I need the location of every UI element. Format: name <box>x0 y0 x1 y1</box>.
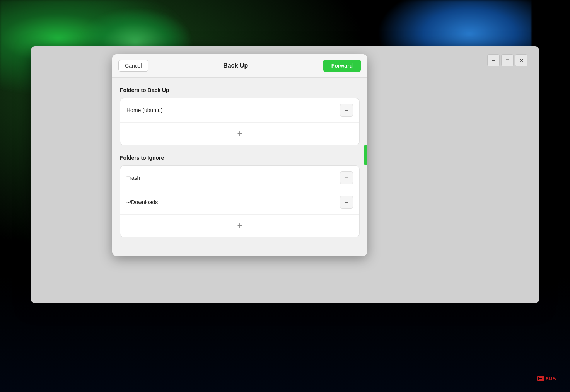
folders-to-backup-card: Home (ubuntu) − + <box>120 98 360 145</box>
folders-to-ignore-label: Folders to Ignore <box>120 155 360 161</box>
forward-button[interactable]: Forward <box>323 60 361 72</box>
dialog-body: Folders to Back Up Home (ubuntu) − + Fol… <box>112 78 367 256</box>
maximize-button[interactable]: □ <box>501 54 514 66</box>
add-ignore-folder-button[interactable]: + <box>120 215 359 237</box>
minimize-button[interactable]: − <box>487 54 500 66</box>
minus-icon-downloads: − <box>345 199 349 206</box>
backup-dialog: Cancel Back Up Forward Folders to Back U… <box>112 54 367 256</box>
minus-icon: − <box>345 107 349 114</box>
add-ignore-icon: + <box>237 222 242 230</box>
remove-backup-folder-home-button[interactable]: − <box>340 104 353 117</box>
close-button[interactable]: ✕ <box>515 54 527 66</box>
green-side-tab <box>364 145 367 165</box>
backup-folder-item-home: Home (ubuntu) − <box>120 98 359 123</box>
dialog-title: Back Up <box>223 62 248 69</box>
dialog-header: Cancel Back Up Forward <box>112 54 367 78</box>
minus-icon-trash: − <box>345 174 349 181</box>
maximize-icon: □ <box>506 58 509 63</box>
ignore-folder-name-trash: Trash <box>126 175 140 181</box>
close-icon: ✕ <box>519 58 524 63</box>
folders-to-ignore-card: Trash − ~/Downloads − + <box>120 165 360 237</box>
ignore-folder-item-trash: Trash − <box>120 166 359 190</box>
minimize-icon: − <box>492 58 495 63</box>
ignore-folder-name-downloads: ~/Downloads <box>126 199 158 205</box>
xda-watermark: XDA <box>537 375 556 381</box>
remove-ignore-folder-trash-button[interactable]: − <box>340 171 353 184</box>
folders-to-backup-label: Folders to Back Up <box>120 87 360 93</box>
ignore-folder-item-downloads: ~/Downloads − <box>120 190 359 215</box>
cancel-button[interactable]: Cancel <box>118 60 148 72</box>
remove-ignore-folder-downloads-button[interactable]: − <box>340 196 353 209</box>
xda-label: XDA <box>546 375 556 381</box>
window-controls: − □ ✕ <box>487 54 527 66</box>
add-backup-folder-button[interactable]: + <box>120 123 359 145</box>
xda-bracket-icon <box>537 376 544 381</box>
backup-folder-name-home: Home (ubuntu) <box>126 107 162 113</box>
add-backup-icon: + <box>237 130 242 138</box>
